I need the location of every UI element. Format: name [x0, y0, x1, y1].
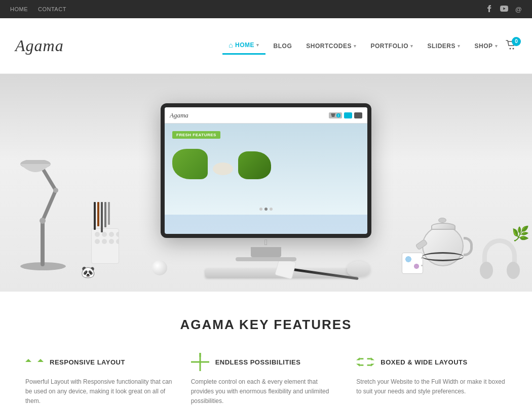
mouse: [347, 261, 370, 276]
facebook-icon[interactable]: [486, 5, 493, 14]
svg-point-8: [40, 218, 46, 224]
hero-section: 🐼 Agama 2: [0, 74, 532, 292]
social-icons: @: [486, 5, 522, 14]
monitor-outer: Agama 2 FRESH FEATURES: [161, 103, 371, 238]
top-nav-home[interactable]: HOME: [10, 6, 28, 12]
desk-lamp: [15, 160, 71, 271]
nav-portfolio-label: PORTFOLIO: [370, 43, 408, 50]
desk-scene: 🐼 Agama 2: [0, 74, 532, 292]
feature-icon-row-3: BOXED & WIDE LAYOUTS: [356, 353, 467, 371]
svg-point-7: [53, 188, 58, 193]
features-title: AGAMA KEY FEATURES: [25, 317, 507, 333]
nav-blog[interactable]: BLOG: [268, 38, 298, 54]
features-section: AGAMA KEY FEATURES RESPONSIVE LAYOUT Pow…: [0, 292, 532, 405]
cart-area[interactable]: 0: [506, 40, 517, 52]
nav-blog-label: BLOG: [274, 43, 292, 50]
monitor-dots: [259, 208, 273, 211]
svg-line-4: [43, 190, 56, 221]
feature-boxed-desc: Stretch your Website to the Full Width o…: [356, 377, 507, 396]
monitor-stand: [251, 247, 281, 257]
pencil-cup: [91, 228, 119, 264]
nav-sliders-label: SLIDERS: [427, 43, 455, 50]
monitor-icons: 2: [329, 112, 362, 118]
svg-point-1: [513, 48, 514, 49]
nav-shop[interactable]: SHOP ▾: [468, 38, 504, 54]
feature-endless: ENDLESS POSSIBILITIES Complete control o…: [191, 353, 341, 405]
monitor-logo: Agama: [170, 111, 188, 119]
chevron-down-icon: ▾: [458, 44, 461, 49]
email-icon[interactable]: @: [515, 6, 522, 13]
svg-rect-3: [41, 221, 45, 266]
nav-shop-label: SHOP: [474, 43, 492, 50]
feature-icon-row: RESPONSIVE LAYOUT: [25, 353, 125, 371]
nav-sliders[interactable]: SLIDERS ▾: [421, 38, 466, 54]
chevron-down-icon: ▾: [495, 44, 498, 49]
white-ball: [152, 260, 167, 275]
features-grid: RESPONSIVE LAYOUT Powerful Layout with R…: [25, 353, 507, 405]
panda-figure: 🐼: [81, 266, 95, 279]
header: Agama ⌂ HOME ▾ BLOG SHORTCODES ▾ PORTFOL…: [0, 18, 532, 74]
top-nav-contact[interactable]: CONTACT: [38, 6, 66, 12]
monitor-screen: Agama 2 FRESH FEATURES: [165, 107, 367, 234]
chevron-down-icon: ▾: [410, 44, 413, 49]
nav-portfolio[interactable]: PORTFOLIO ▾: [364, 38, 419, 54]
nav-home[interactable]: ⌂ HOME ▾: [222, 37, 265, 55]
cart-icon-wrap: 0: [506, 40, 517, 52]
svg-point-0: [510, 48, 511, 49]
logo[interactable]: Agama: [15, 36, 64, 55]
boxed-icon: [356, 353, 374, 371]
apple-logo: : [264, 238, 268, 247]
nav-shortcodes-label: SHORTCODES: [306, 43, 352, 50]
youtube-icon[interactable]: [500, 6, 508, 13]
endless-icon: [191, 353, 209, 371]
feature-boxed: BOXED & WIDE LAYOUTS Stretch your Websit…: [356, 353, 507, 405]
monitor-inner-header: Agama 2: [165, 107, 367, 124]
feature-endless-desc: Complete control on each & every element…: [191, 377, 341, 405]
chevron-down-icon: ▾: [256, 43, 259, 48]
feature-responsive: RESPONSIVE LAYOUT Powerful Layout with R…: [25, 353, 176, 405]
headphones: [480, 238, 523, 279]
monitor: Agama 2 FRESH FEATURES: [161, 103, 371, 261]
nav-home-label: HOME: [235, 42, 254, 49]
top-bar: HOME CONTACT @: [0, 0, 532, 18]
feature-responsive-desc: Powerful Layout with Responsive function…: [25, 377, 176, 405]
cart-badge: 0: [512, 37, 521, 46]
top-nav: HOME CONTACT: [10, 6, 66, 12]
monitor-hero-area: FRESH FEATURES: [165, 124, 367, 215]
main-nav: ⌂ HOME ▾ BLOG SHORTCODES ▾ PORTFOLIO ▾ S…: [222, 37, 517, 55]
plant: 🌿: [512, 225, 529, 242]
feature-icon-row-2: ENDLESS POSSIBILITIES: [191, 353, 301, 371]
feature-boxed-title: BOXED & WIDE LAYOUTS: [381, 358, 467, 366]
home-icon: ⌂: [229, 41, 233, 49]
chevron-down-icon: ▾: [354, 44, 357, 49]
monitor-base: [236, 257, 296, 261]
nav-shortcodes[interactable]: SHORTCODES ▾: [300, 38, 362, 54]
teapot: [418, 220, 474, 275]
feature-endless-title: ENDLESS POSSIBILITIES: [215, 358, 301, 366]
feature-responsive-title: RESPONSIVE LAYOUT: [50, 358, 125, 366]
monitor-tag: FRESH FEATURES: [172, 131, 220, 139]
responsive-icon: [25, 353, 44, 371]
